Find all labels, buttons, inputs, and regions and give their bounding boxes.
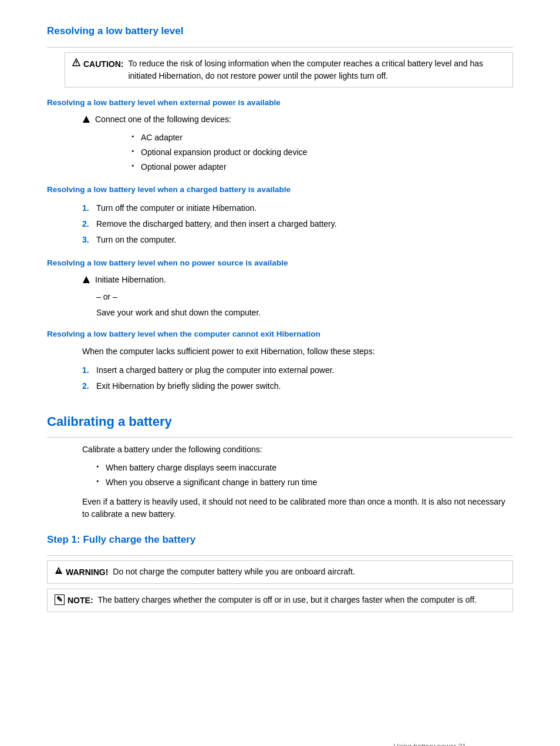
list-item: 1.Turn off the computer or initiate Hibe… bbox=[82, 200, 513, 216]
note-icon: ✎ bbox=[55, 594, 65, 605]
note-label: NOTE: bbox=[68, 594, 93, 607]
calibrating-battery-section: Calibrating a battery Calibrate a batter… bbox=[47, 412, 513, 520]
list-item: Optional power adapter bbox=[129, 160, 513, 174]
external-power-subsection: Resolving a low battery level when exter… bbox=[47, 97, 513, 174]
cannot-exit-title: Resolving a low battery level when the c… bbox=[47, 328, 513, 340]
step1-title: Step 1: Fully charge the battery bbox=[47, 532, 513, 550]
cannot-exit-steps: 1.Insert a charged battery or plug the c… bbox=[82, 362, 513, 394]
external-power-title: Resolving a low battery level when exter… bbox=[47, 97, 513, 109]
list-item: AC adapter bbox=[129, 130, 513, 145]
warning-triangle-icon bbox=[55, 566, 63, 574]
list-item: 2.Remove the discharged battery, and the… bbox=[82, 216, 513, 232]
list-item: Optional expansion product or docking de… bbox=[129, 145, 513, 160]
resolving-low-battery-title: Resolving a low battery level bbox=[47, 23, 513, 41]
svg-marker-3 bbox=[83, 116, 90, 123]
caution-text: To reduce the risk of losing information… bbox=[128, 58, 505, 82]
calibrating-title: Calibrating a battery bbox=[47, 412, 513, 431]
list-item: 3.Turn on the computer. bbox=[82, 232, 513, 248]
cannot-exit-subsection: Resolving a low battery level when the c… bbox=[47, 328, 513, 394]
svg-point-2 bbox=[76, 64, 76, 65]
no-power-title: Resolving a low battery level when no po… bbox=[47, 257, 513, 269]
calibrating-conditions: When battery charge displays seem inaccu… bbox=[94, 461, 513, 490]
list-item: When you observe a significant change in… bbox=[94, 475, 513, 490]
filled-triangle-icon-2 bbox=[82, 275, 90, 284]
calibrating-note: Even if a battery is heavily used, it sh… bbox=[82, 496, 513, 520]
caution-label: CAUTION: bbox=[83, 58, 123, 70]
svg-marker-4 bbox=[83, 276, 90, 283]
connect-devices-line: Connect one of the following devices: bbox=[82, 113, 513, 127]
list-item: 1.Insert a charged battery or plug the c… bbox=[82, 362, 513, 378]
filled-triangle-icon bbox=[82, 115, 90, 123]
footer: Using battery power 21 bbox=[394, 741, 466, 746]
warning-box: WARNING! Do not charge the computer batt… bbox=[47, 560, 513, 584]
resolving-low-battery-section: Resolving a low battery level CAUTION: T… bbox=[47, 23, 513, 394]
step1-section: Step 1: Fully charge the battery WARNING… bbox=[47, 532, 513, 613]
connect-text: Connect one of the following devices: bbox=[95, 113, 231, 126]
list-item: 2.Exit Hibernation by briefly sliding th… bbox=[82, 378, 513, 394]
warning-text: Do not charge the computer battery while… bbox=[113, 566, 355, 578]
devices-list: AC adapter Optional expansion product or… bbox=[129, 130, 513, 174]
warning-label: WARNING! bbox=[66, 566, 108, 579]
charged-battery-subsection: Resolving a low battery level when a cha… bbox=[47, 184, 513, 248]
save-work-text: Save your work and shut down the compute… bbox=[96, 307, 513, 319]
list-item: When battery charge displays seem inaccu… bbox=[94, 461, 513, 475]
initiate-text: Initiate Hibernation. bbox=[95, 274, 166, 286]
cannot-exit-intro: When the computer lacks sufficient power… bbox=[82, 345, 513, 358]
caution-box: CAUTION: To reduce the risk of losing in… bbox=[65, 52, 513, 88]
or-text: – or – bbox=[96, 291, 513, 303]
caution-triangle-icon bbox=[72, 58, 80, 66]
initiate-line: Initiate Hibernation. bbox=[82, 274, 513, 287]
footer-text: Using battery power 21 bbox=[394, 742, 466, 746]
no-power-subsection: Resolving a low battery level when no po… bbox=[47, 257, 513, 319]
charged-battery-title: Resolving a low battery level when a cha… bbox=[47, 184, 513, 196]
svg-point-7 bbox=[58, 572, 59, 573]
note-text: The battery charges whether the computer… bbox=[98, 594, 477, 606]
note-box: ✎ NOTE: The battery charges whether the … bbox=[47, 589, 513, 612]
charged-battery-steps: 1.Turn off the computer or initiate Hibe… bbox=[82, 200, 513, 248]
calibrating-intro: Calibrate a battery under the following … bbox=[82, 443, 513, 456]
